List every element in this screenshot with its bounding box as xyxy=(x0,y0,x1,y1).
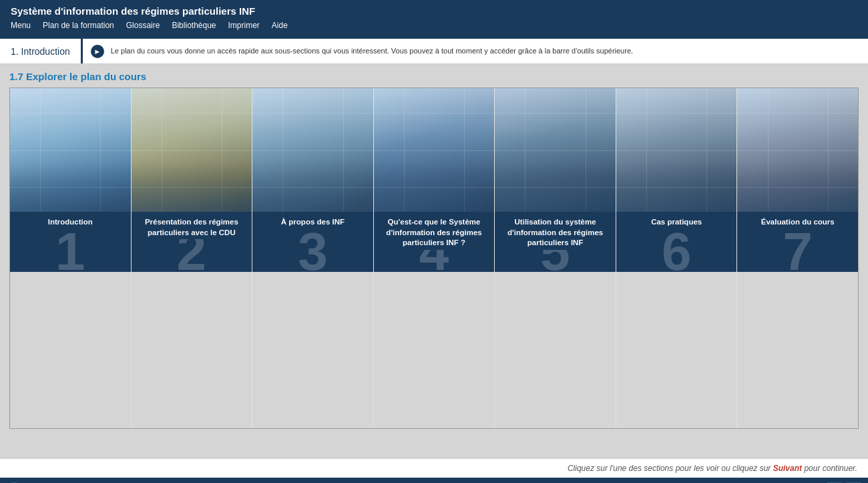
nav-item-glossaire[interactable]: Glossaire xyxy=(126,21,160,34)
module-col-6[interactable]: Cas pratiques6 xyxy=(616,88,738,428)
module-image-6 xyxy=(616,88,737,212)
course-plan: Introduction1Présentation des régimes pa… xyxy=(9,88,859,429)
nav-item-imprimer[interactable]: Imprimer xyxy=(228,21,260,34)
info-text: Le plan du cours vous donne un accès rap… xyxy=(111,46,633,56)
suivant-label[interactable]: Suivant xyxy=(773,464,802,473)
top-bar: Système d'information des régimes partic… xyxy=(0,0,868,39)
module-bottom-6: Cas pratiques6 xyxy=(616,212,737,272)
content-area: 1.7 Explorer le plan du cours Introducti… xyxy=(0,64,868,459)
module-number-3: 3 xyxy=(298,225,328,272)
module-label-3: À propos des INF xyxy=(252,212,373,229)
chevron-right-icon: ► xyxy=(91,45,104,58)
module-bottom-2: Présentation des régimes particuliers av… xyxy=(132,212,252,272)
module-col-5[interactable]: Utilisation du système d'information des… xyxy=(495,88,616,428)
module-image-3 xyxy=(252,88,373,212)
instruction-bar: Cliquez sur l'une des sections pour les … xyxy=(0,459,868,478)
module-bottom-7: Évaluation du cours7 xyxy=(737,212,858,272)
module-bottom-5: Utilisation du système d'information des… xyxy=(495,212,616,272)
module-col-1[interactable]: Introduction1 xyxy=(10,88,132,428)
info-panel: ► Le plan du cours vous donne un accès r… xyxy=(81,39,868,63)
module-image-2 xyxy=(132,88,252,212)
module-label-5: Utilisation du système d'information des… xyxy=(495,212,616,250)
module-label-1: Introduction xyxy=(10,212,131,229)
module-bottom-4: Qu'est-ce que le Système d'information d… xyxy=(374,212,495,272)
section-header: 1. Introduction ► Le plan du cours vous … xyxy=(0,39,868,64)
instruction-text: Cliquez sur l'une des sections pour les … xyxy=(568,464,857,473)
module-bottom-1: Introduction1 xyxy=(10,212,131,272)
module-label-7: Évaluation du cours xyxy=(737,212,858,229)
module-number-6: 6 xyxy=(662,225,692,272)
module-label-4: Qu'est-ce que le Système d'information d… xyxy=(374,212,495,250)
module-bottom-3: À propos des INF3 xyxy=(252,212,373,272)
nav-item-menu[interactable]: Menu xyxy=(11,21,31,34)
module-image-7 xyxy=(737,88,858,212)
module-col-3[interactable]: À propos des INF3 xyxy=(252,88,374,428)
module-image-5 xyxy=(495,88,616,212)
module-image-1 xyxy=(10,88,131,212)
module-col-2[interactable]: Présentation des régimes particuliers av… xyxy=(132,88,253,428)
module-number-7: 7 xyxy=(783,225,813,272)
nav-item-aide[interactable]: Aide xyxy=(272,21,288,34)
section-title: 1. Introduction xyxy=(0,39,81,63)
nav-menu: MenuPlan de la formationGlossaireBibliot… xyxy=(11,21,857,34)
module-label-6: Cas pratiques xyxy=(616,212,737,229)
module-number-1: 1 xyxy=(55,225,85,272)
bottom-bar: ▶ ◀ ▶ xyxy=(0,478,868,483)
subsection-title: 1.7 Explorer le plan du cours xyxy=(9,71,859,82)
nav-item-bibliothèque[interactable]: Bibliothèque xyxy=(172,21,216,34)
app-title: Système d'information des régimes partic… xyxy=(11,5,857,17)
module-col-7[interactable]: Évaluation du cours7 xyxy=(737,88,858,428)
module-image-4 xyxy=(374,88,495,212)
nav-item-plan-de-la-formation[interactable]: Plan de la formation xyxy=(43,21,114,34)
module-label-2: Présentation des régimes particuliers av… xyxy=(132,212,252,239)
module-col-4[interactable]: Qu'est-ce que le Système d'information d… xyxy=(374,88,495,428)
